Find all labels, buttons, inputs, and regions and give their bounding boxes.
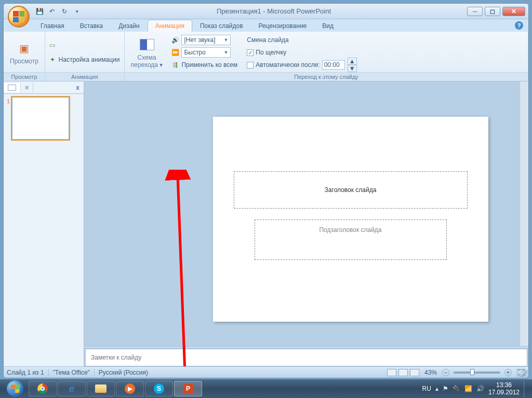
time-spin-down[interactable]: ▼	[348, 65, 357, 72]
normal-view-button[interactable]	[387, 369, 396, 376]
nav-close-button[interactable]: x	[72, 84, 84, 91]
tray-flag-icon[interactable]: ⚑	[443, 385, 448, 392]
start-orb-icon	[7, 380, 23, 397]
redo-icon[interactable]: ↻	[60, 7, 69, 16]
speed-icon: ⏩	[171, 48, 179, 57]
tray-volume-icon[interactable]: 🔊	[476, 385, 484, 392]
status-bar: Слайд 1 из 1 "Тема Office" Русский (Росс…	[4, 366, 528, 378]
zoom-slider[interactable]	[454, 372, 500, 374]
tab-insert[interactable]: Вставка	[72, 20, 111, 32]
sound-icon: 🔊	[171, 36, 179, 44]
taskbar-media[interactable]: ▶	[116, 381, 144, 396]
sorter-view-button[interactable]	[398, 369, 408, 376]
on-click-checkbox[interactable]: ✓	[247, 49, 254, 56]
ribbon-group-transition: Схема перехода ▾ 🔊 [Нет звука]▼ ⏩ Быстро…	[125, 32, 528, 81]
nav-tab-slides[interactable]	[4, 83, 21, 92]
tray-network-icon[interactable]: 📶	[464, 385, 472, 392]
preview-button[interactable]: ▣ Просмотр	[7, 34, 42, 71]
scheme-label-1: Схема	[138, 54, 156, 61]
tab-animation[interactable]: Анимация	[148, 20, 192, 32]
show-desktop-button[interactable]	[524, 380, 528, 397]
status-theme: "Тема Office"	[53, 369, 90, 376]
apply-all-label: Применить ко всем	[181, 61, 237, 68]
zoom-out-button[interactable]: −	[442, 369, 449, 376]
tab-review[interactable]: Рецензирование	[251, 20, 315, 32]
zoom-in-button[interactable]: +	[504, 369, 512, 376]
taskbar-ie[interactable]: e	[58, 381, 86, 396]
taskbar-powerpoint[interactable]: P	[174, 381, 202, 396]
taskbar-explorer[interactable]	[87, 381, 115, 396]
group-label-animation: Анимация	[45, 72, 124, 81]
nav-tab-outline[interactable]: ≡	[21, 83, 33, 93]
tray-language[interactable]: RU	[422, 385, 431, 392]
tab-design[interactable]: Дизайн	[111, 20, 147, 32]
tab-slideshow[interactable]: Показ слайдов	[192, 20, 251, 32]
tray-clock[interactable]: 13:36 17.09.2012	[488, 381, 520, 396]
transition-scheme-button[interactable]: Схема перехода ▾	[128, 34, 166, 71]
taskbar-skype[interactable]: S	[145, 381, 173, 396]
outline-tab-icon: ≡	[25, 84, 29, 91]
status-slide-count: Слайд 1 из 1	[7, 369, 44, 376]
subtitle-placeholder[interactable]: Подзаголовок слайда	[255, 219, 447, 260]
maximize-button[interactable]: ◻	[485, 7, 500, 16]
powerpoint-icon: P	[183, 384, 193, 393]
notes-pane[interactable]: Заметки к слайду	[85, 349, 527, 366]
title-text: Заголовок слайда	[325, 186, 377, 194]
title-placeholder[interactable]: Заголовок слайда	[234, 171, 468, 209]
qat-more-icon[interactable]: ▾	[72, 7, 82, 16]
transition-speed-combo[interactable]: Быстро▼	[181, 47, 231, 58]
slideshow-view-button[interactable]	[410, 369, 419, 376]
apply-to-all-button[interactable]: ⇶ Применить ко всем	[171, 59, 237, 71]
transition-sound-combo[interactable]: [Нет звука]▼	[181, 35, 231, 45]
resize-handle[interactable]	[521, 370, 528, 377]
auto-after-checkbox[interactable]	[247, 62, 254, 68]
zoom-thumb[interactable]	[470, 369, 474, 375]
sound-value: [Нет звука]	[184, 36, 215, 44]
thumb-row-1: 1	[7, 97, 81, 140]
animate-icon: ▭	[48, 41, 57, 49]
speed-value: Быстро	[184, 49, 205, 56]
advance-slide-title: Смена слайда	[247, 34, 356, 46]
tab-home[interactable]: Главная	[33, 20, 72, 32]
ie-icon: e	[69, 383, 74, 395]
powerpoint-window: 💾 ↶ ↻ ▾ Презентация1 - Microsoft PowerPo…	[3, 3, 529, 378]
time-spin-up[interactable]: ▲	[348, 58, 357, 65]
thumbnails: 1	[4, 94, 84, 366]
slides-tab-icon	[8, 85, 16, 91]
start-button[interactable]	[2, 379, 28, 398]
ribbon-group-preview: ▣ Просмотр Просмотр	[4, 32, 45, 81]
zoom-percent[interactable]: 43%	[424, 369, 437, 376]
taskbar-chrome[interactable]	[29, 381, 57, 396]
thumb-number: 1	[7, 97, 10, 140]
notes-placeholder: Заметки к слайду	[91, 354, 141, 361]
custom-animation-label: Настройка анимации	[59, 56, 120, 63]
auto-after-time[interactable]: 00:00	[322, 60, 345, 70]
save-icon[interactable]: 💾	[35, 7, 44, 16]
animate-dropdown[interactable]: ▭	[48, 39, 121, 51]
custom-animation-button[interactable]: ✦ Настройка анимации	[48, 54, 120, 65]
title-bar[interactable]: 💾 ↶ ↻ ▾ Презентация1 - Microsoft PowerPo…	[4, 4, 528, 19]
skype-icon: S	[154, 383, 164, 394]
ribbon: ▣ Просмотр Просмотр ▭ ✦ Настройка анимац…	[4, 32, 528, 81]
vertical-scrollbar[interactable]	[520, 81, 528, 346]
office-logo-icon	[13, 11, 24, 22]
office-button[interactable]	[8, 6, 30, 28]
close-button[interactable]: ✕	[502, 7, 525, 16]
help-icon[interactable]: ?	[515, 21, 523, 30]
slide-canvas[interactable]: Заголовок слайда Подзаголовок слайда	[84, 81, 528, 346]
window-title: Презентация1 - Microsoft PowerPoint	[82, 7, 466, 15]
slide[interactable]: Заголовок слайда Подзаголовок слайда	[213, 117, 488, 322]
slide-thumbnail-1[interactable]	[12, 97, 69, 140]
tray-up-icon[interactable]: ▴	[435, 385, 438, 392]
chrome-icon	[37, 383, 48, 394]
clock-time: 13:36	[488, 381, 520, 389]
minimize-button[interactable]: ─	[467, 7, 483, 16]
preview-label: Просмотр	[10, 58, 38, 65]
slide-area: Заголовок слайда Подзаголовок слайда Зам…	[84, 81, 528, 366]
tab-view[interactable]: Вид	[314, 20, 341, 32]
transition-scheme-icon	[139, 36, 155, 53]
tray-power-icon[interactable]: 🔌	[453, 385, 460, 392]
taskbar: e ▶ S P RU ▴ ⚑ 🔌 📶 🔊 13:36 17.09.2012	[0, 379, 532, 398]
undo-icon[interactable]: ↶	[47, 7, 57, 16]
status-language[interactable]: Русский (Россия)	[99, 369, 148, 376]
